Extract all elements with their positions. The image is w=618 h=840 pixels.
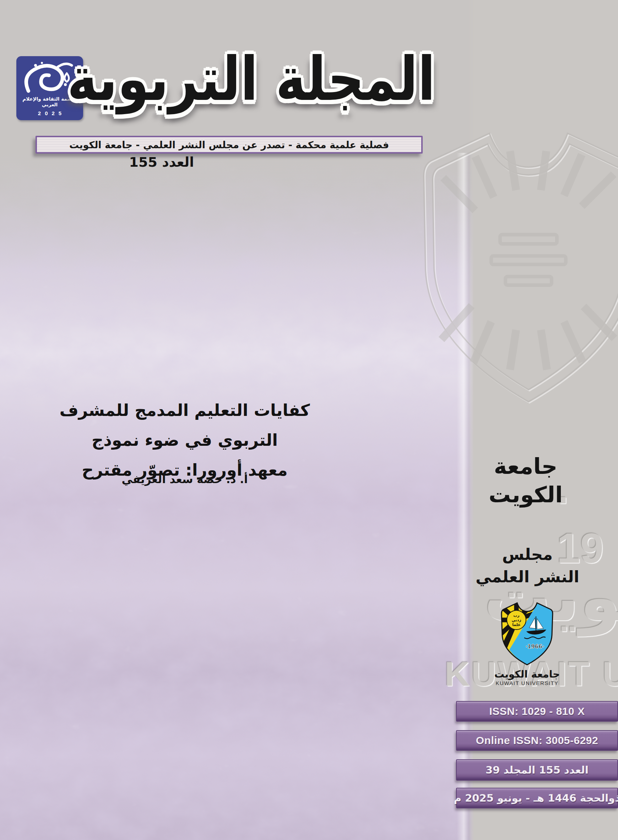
university-name-line1: جامعة: [472, 452, 579, 481]
logo-motto-line2: زدني: [511, 618, 521, 623]
date-banner: ذوالحجة 1446 هـ - يونيو 2025 م: [456, 788, 618, 808]
university-name: جامعة الكويت: [472, 452, 579, 509]
date-text: ذوالحجة 1446 هـ - يونيو 2025 م: [454, 792, 618, 804]
university-name-line2: الكويت: [472, 481, 579, 509]
issue-number: العدد 155: [105, 154, 218, 170]
publication-council: مجلس النشر العلمي: [474, 543, 581, 588]
logo-name-arabic: جامعة الكويت: [492, 668, 563, 680]
university-emblem-watermark-icon: [415, 117, 618, 451]
online-issn-text: Online ISSN: 3005-6292: [476, 734, 599, 746]
issue-volume-text: العدد 155 المجلد 39: [486, 764, 588, 776]
logo-name-english: KUWAIT UNIVERSITY: [492, 680, 563, 686]
logo-motto-line3: علما: [512, 623, 521, 627]
issn-banner: ISSN: 1029 - 810 X: [456, 701, 618, 722]
journal-title: المجلة التربوية: [73, 24, 430, 134]
issn-text: ISSN: 1029 - 810 X: [489, 705, 585, 717]
kuwait-university-shield-icon: ·1966· رب زدني علما: [499, 599, 555, 667]
issue-volume-banner: العدد 155 المجلد 39: [456, 759, 618, 780]
journal-tagline-bar: فصلية علمية محكمة - تصدر عن مجلس النشر ا…: [36, 136, 423, 153]
online-issn-banner: Online ISSN: 3005-6292: [456, 730, 618, 751]
university-logo: ·1966· رب زدني علما جامعة الكويت KUWAIT …: [492, 599, 563, 686]
article-title-line1: كفايات التعليم المدمج للمشرف التربوي في …: [39, 395, 331, 455]
journal-tagline-text: فصلية علمية محكمة - تصدر عن مجلس النشر ا…: [69, 139, 389, 150]
council-line2: النشر العلمي: [474, 566, 581, 588]
logo-motto-line1: رب: [513, 613, 519, 618]
article-author: أ. د. حصة سعد العريفي: [96, 473, 273, 486]
council-line1: مجلس: [474, 543, 581, 566]
logo-year: ·1966·: [525, 643, 544, 650]
article-title: كفايات التعليم المدمج للمشرف التربوي في …: [39, 395, 331, 485]
journal-cover: · 19 الكويت KUWAIT UN عاصمة الثقافة والإ…: [0, 0, 618, 840]
